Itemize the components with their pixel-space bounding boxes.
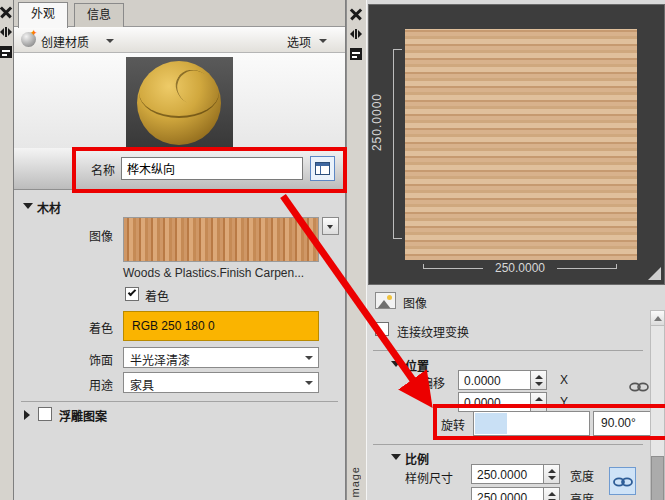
properties-menu-icon[interactable]: [0, 46, 12, 58]
palette-vertical-title: mage: [349, 466, 361, 498]
spin-down-icon[interactable]: [535, 404, 543, 408]
right-palette-titlebar: mage: [346, 0, 366, 500]
offset-y-spinbox[interactable]: 0.0000: [458, 392, 547, 412]
rotation-label: 旋转: [441, 416, 465, 433]
spinner-buttons[interactable]: [530, 393, 546, 411]
scale-height-value[interactable]: 250.0000: [477, 491, 527, 500]
spin-down-icon[interactable]: [548, 476, 556, 480]
chevron-down-icon[interactable]: [319, 39, 327, 43]
scale-width-spinbox[interactable]: 250.0000: [471, 464, 560, 484]
horizontal-dimension-value: 250.0000: [485, 261, 555, 275]
swatch-shape-button[interactable]: [310, 156, 335, 181]
finish-value: 半光泽清漆: [130, 351, 190, 368]
scrollbar-thumb[interactable]: [651, 456, 664, 500]
horizontal-dimension: 250.0000: [423, 261, 617, 275]
collapse-arrow-icon[interactable]: [391, 361, 401, 367]
chevron-down-icon: [305, 381, 313, 385]
tint-checkbox[interactable]: [125, 287, 139, 301]
material-editor-window: 外观 信息 ✦ 创建材质 选项 名称 木材 图像 Wood: [0, 0, 665, 500]
tab-bar: 外观 信息: [14, 0, 345, 27]
offset-x-spinbox[interactable]: 0.0000: [458, 370, 547, 390]
usage-dropdown[interactable]: 家具: [123, 372, 319, 393]
spin-down-icon[interactable]: [535, 382, 543, 386]
sample-size-label: 样例尺寸: [405, 469, 453, 486]
offset-x-value[interactable]: 0.0000: [464, 374, 501, 388]
materials-editor-palette: 外观 信息 ✦ 创建材质 选项 名称 木材 图像 Wood: [13, 0, 346, 500]
material-toolbar: ✦ 创建材质 选项: [14, 27, 345, 53]
rotation-value-input[interactable]: 90.00°: [593, 411, 651, 436]
options-button[interactable]: 选项: [287, 33, 311, 50]
auto-hide-icon[interactable]: [0, 26, 12, 38]
scroll-up-icon[interactable]: [651, 311, 664, 326]
spinner-buttons[interactable]: [530, 371, 546, 389]
wood-texture-preview[interactable]: [405, 29, 637, 260]
spinner-buttons[interactable]: [543, 465, 559, 483]
left-palette-titlebar: [0, 0, 13, 500]
scale-section-header[interactable]: 比例: [405, 450, 429, 467]
tab-info[interactable]: 信息: [74, 3, 124, 27]
properties-menu-icon[interactable]: [350, 48, 362, 60]
new-sparkle-icon: ✦: [30, 28, 38, 38]
resize-grip-icon[interactable]: [648, 267, 661, 280]
collapse-arrow-icon[interactable]: [23, 203, 33, 209]
image-filename[interactable]: Woods & Plastics.Finish Carpen...: [123, 266, 304, 280]
name-label: 名称: [91, 161, 115, 178]
gold-sphere-preview: [137, 61, 221, 145]
rotation-slider-fill: [475, 413, 507, 434]
name-row: 名称: [14, 148, 345, 190]
position-section-header[interactable]: 位置: [405, 357, 429, 374]
auto-hide-icon[interactable]: [350, 28, 362, 40]
image-label: 图像: [89, 227, 113, 244]
spin-up-icon[interactable]: [548, 492, 556, 496]
vertical-dimension-line: [393, 49, 394, 239]
texture-preview-area: 250.0000 250.0000: [368, 4, 665, 285]
finish-dropdown[interactable]: 半光泽清漆: [123, 347, 319, 368]
panel-icon: [315, 162, 330, 175]
divider: [21, 401, 338, 402]
expand-arrow-icon[interactable]: [24, 410, 30, 420]
offset-y-value[interactable]: 0.0000: [464, 396, 501, 410]
link-texture-label[interactable]: 连接纹理变换: [397, 323, 469, 340]
spin-up-icon[interactable]: [548, 469, 556, 473]
rotation-slider[interactable]: [473, 411, 590, 436]
material-name-input[interactable]: [121, 157, 303, 180]
spin-up-icon[interactable]: [535, 375, 543, 379]
check-icon: [128, 288, 136, 296]
vertical-dimension-value: 250.0000: [370, 93, 384, 151]
divider: [373, 350, 643, 351]
tint-color-swatch[interactable]: RGB 250 180 0: [123, 311, 319, 341]
link-chain-icon[interactable]: [628, 381, 650, 393]
wood-image-thumbnail[interactable]: [123, 217, 319, 262]
close-icon[interactable]: [350, 8, 362, 20]
image-section-header: 图像: [403, 294, 427, 311]
close-icon[interactable]: [0, 6, 12, 18]
tint-checkbox-label[interactable]: 着色: [145, 287, 169, 304]
vertical-scrollbar[interactable]: [650, 310, 665, 500]
lock-aspect-link-button[interactable]: [609, 467, 636, 495]
image-icon: [375, 292, 396, 309]
divider: [373, 444, 643, 445]
material-preview-area: [14, 53, 345, 148]
finish-label: 饰面: [89, 351, 113, 368]
create-material-button[interactable]: 创建材质: [41, 33, 89, 50]
scale-height-spinbox[interactable]: 250.0000: [471, 487, 560, 500]
axis-y-label: Y: [560, 395, 568, 409]
scale-width-value[interactable]: 250.0000: [477, 468, 527, 482]
usage-value: 家具: [130, 376, 154, 393]
spin-up-icon[interactable]: [535, 397, 543, 401]
chevron-down-icon[interactable]: [106, 39, 114, 43]
link-texture-checkbox[interactable]: [375, 322, 389, 336]
spinner-buttons[interactable]: [543, 488, 559, 500]
relief-pattern-header[interactable]: 浮雕图案: [59, 407, 107, 424]
collapse-arrow-icon[interactable]: [391, 454, 401, 460]
link-chain-icon: [612, 476, 634, 488]
offset-label: 偏移: [421, 374, 445, 391]
image-dropdown-button[interactable]: [322, 217, 339, 235]
tab-appearance[interactable]: 外观: [18, 2, 68, 28]
width-label: 宽度: [570, 467, 594, 484]
height-label: 高度: [570, 490, 594, 500]
material-preview-thumbnail[interactable]: [126, 57, 233, 148]
relief-pattern-checkbox[interactable]: [38, 407, 52, 421]
wood-section-header[interactable]: 木材: [37, 199, 61, 216]
usage-label: 用途: [89, 376, 113, 393]
